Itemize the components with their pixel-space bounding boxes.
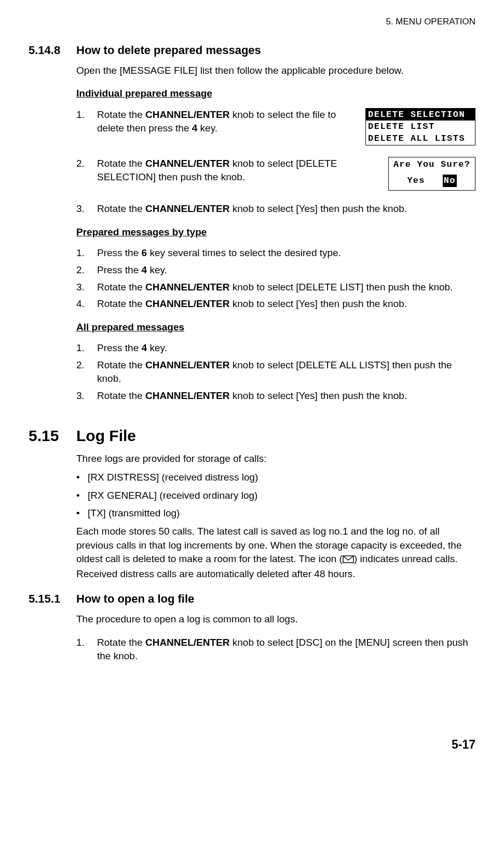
step-2: 2. Rotate the CHANNEL/ENTER knob to sele… — [76, 358, 475, 386]
bullet-text: [RX DISTRESS] (received distress log) — [88, 471, 258, 485]
section-number: 5.14.8 — [29, 43, 76, 59]
step-number: 1. — [76, 246, 97, 260]
section-5-15-heading: 5.15 Log File — [29, 425, 475, 447]
lcd-no: No — [443, 175, 457, 187]
step-number: 1. — [76, 636, 97, 663]
section-title: How to open a log file — [76, 591, 194, 607]
step-number: 3. — [76, 281, 97, 295]
step-1: 1. Rotate the CHANNEL/ENTER knob to sele… — [76, 636, 475, 663]
page-header-chapter: 5. MENU OPERATION — [29, 16, 475, 28]
section-number: 5.15.1 — [29, 591, 76, 607]
lcd-delete-selection: DELETE SELECTION — [366, 109, 475, 121]
step-2: 2. Rotate the CHANNEL/ENTER knob to sele… — [76, 157, 383, 184]
step-2: 2. Press the 4 key. — [76, 263, 475, 277]
lcd-confirm-options: Yes No — [391, 175, 472, 187]
step-3: 3. Rotate the CHANNEL/ENTER knob to sele… — [76, 202, 475, 216]
lcd-yes: Yes — [407, 176, 425, 185]
envelope-icon — [343, 553, 354, 567]
section-title: Log File — [76, 425, 136, 447]
bullet-text: [RX GENERAL] (received ordinary log) — [88, 489, 257, 503]
bullet-rx-general: • [RX GENERAL] (received ordinary log) — [76, 489, 475, 503]
section-title: How to delete prepared messages — [76, 43, 261, 59]
step-1: 1. Rotate the CHANNEL/ENTER knob to sele… — [76, 108, 360, 136]
step-number: 2. — [76, 263, 97, 277]
section-5-14-8-heading: 5.14.8 How to delete prepared messages — [29, 43, 475, 59]
step-number: 4. — [76, 297, 97, 311]
bullet-text: [TX] (transmitted log) — [88, 507, 180, 521]
bullet-marker: • — [76, 471, 88, 485]
step-text: Press the 4 key. — [97, 263, 475, 277]
step-text: Rotate the CHANNEL/ENTER knob to select … — [97, 358, 475, 386]
step-text: Rotate the CHANNEL/ENTER knob to select … — [97, 297, 475, 311]
step-number: 1. — [76, 341, 97, 355]
subheading-by-type: Prepared messages by type — [76, 225, 475, 239]
section-number: 5.15 — [29, 425, 76, 447]
step-text: Press the 6 key several times to select … — [97, 246, 475, 260]
section-intro: Open the [MESSAGE FILE] list then follow… — [76, 64, 475, 78]
subheading-individual: Individual prepared message — [76, 87, 475, 101]
bullet-rx-distress: • [RX DISTRESS] (received distress log) — [76, 471, 475, 485]
step-text: Rotate the CHANNEL/ENTER knob to select … — [97, 389, 475, 403]
step-text: Rotate the CHANNEL/ENTER knob to select … — [97, 108, 360, 136]
step-3: 3. Rotate the CHANNEL/ENTER knob to sele… — [76, 281, 475, 295]
step-number: 3. — [76, 389, 97, 403]
open-log-intro: The procedure to open a log is common to… — [76, 613, 475, 627]
step-text: Rotate the CHANNEL/ENTER knob to select … — [97, 636, 475, 663]
step-3: 3. Rotate the CHANNEL/ENTER knob to sele… — [76, 389, 475, 403]
bullet-marker: • — [76, 507, 88, 521]
step-1: 1. Press the 6 key several times to sele… — [76, 246, 475, 260]
step-text: Rotate the CHANNEL/ENTER knob to select … — [97, 281, 475, 295]
lcd-confirm-dialog: Are You Sure? Yes No — [388, 157, 475, 191]
subheading-all-prepared: All prepared messages — [76, 321, 475, 335]
step-text: Rotate the CHANNEL/ENTER knob to select … — [97, 202, 475, 216]
bullet-tx: • [TX] (transmitted log) — [76, 507, 475, 521]
logfile-intro: Three logs are provided for storage of c… — [76, 452, 475, 466]
lcd-delete-menu: DELETE SELECTION DELETE LIST DELETE ALL … — [365, 108, 475, 145]
bullet-marker: • — [76, 489, 88, 503]
step-text: Rotate the CHANNEL/ENTER knob to select … — [97, 157, 383, 184]
step-1: 1. Press the 4 key. — [76, 341, 475, 355]
step-4: 4. Rotate the CHANNEL/ENTER knob to sele… — [76, 297, 475, 311]
lcd-delete-list: DELETE LIST — [366, 121, 475, 132]
step-text: Press the 4 key. — [97, 341, 475, 355]
step-number: 2. — [76, 358, 97, 386]
step-number: 3. — [76, 202, 97, 216]
section-5-15-1-heading: 5.15.1 How to open a log file — [29, 591, 475, 607]
logfile-paragraph: Each mode stores 50 calls. The latest ca… — [76, 525, 475, 581]
page-number: 5-17 — [29, 736, 475, 753]
lcd-delete-all-lists: DELETE ALL LISTS — [366, 132, 475, 144]
step-number: 1. — [76, 108, 97, 136]
lcd-confirm-question: Are You Sure? — [391, 158, 472, 171]
step-number: 2. — [76, 157, 97, 184]
